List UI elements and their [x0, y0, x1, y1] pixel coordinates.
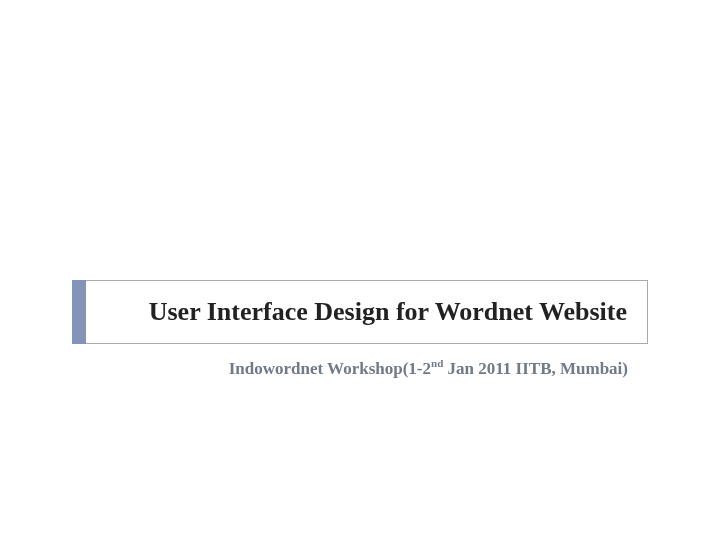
subtitle-superscript: nd	[431, 357, 443, 369]
title-content: User Interface Design for Wordnet Websit…	[86, 280, 648, 344]
slide-content: User Interface Design for Wordnet Websit…	[72, 280, 648, 380]
slide-subtitle: Indowordnet Workshop(1-2nd Jan 2011 IITB…	[104, 356, 628, 380]
subtitle-suffix: Jan 2011 IITB, Mumbai)	[443, 358, 628, 377]
slide-title: User Interface Design for Wordnet Websit…	[104, 295, 627, 329]
accent-bar	[72, 280, 86, 344]
title-block: User Interface Design for Wordnet Websit…	[72, 280, 648, 344]
subtitle-block: Indowordnet Workshop(1-2nd Jan 2011 IITB…	[72, 356, 648, 380]
subtitle-prefix: Indowordnet Workshop(1-2	[229, 358, 431, 377]
